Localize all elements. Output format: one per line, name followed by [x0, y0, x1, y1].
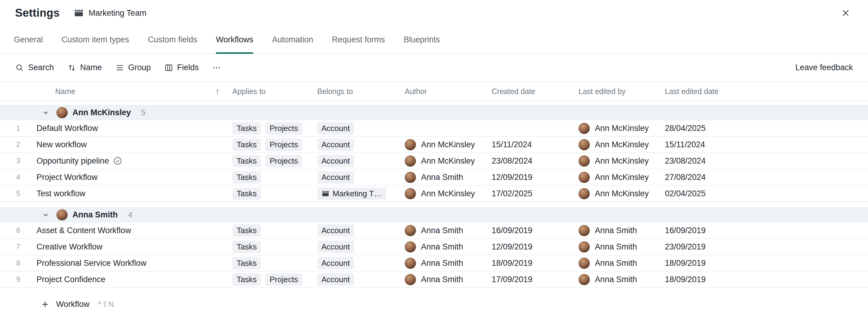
avatar — [579, 172, 590, 183]
tab-custom-fields[interactable]: Custom fields — [148, 26, 197, 53]
more-button[interactable] — [212, 63, 221, 72]
table-row[interactable]: 9 Project Confidence Tasks Projects Acco… — [0, 272, 868, 288]
last-edited-date: 28/04/2025 — [665, 124, 868, 133]
workflow-name: Professional Service Workflow — [36, 258, 146, 268]
tab-automation[interactable]: Automation — [272, 26, 313, 53]
last-edited-date: 23/09/2019 — [665, 242, 868, 252]
workflow-name: Default Workflow — [36, 124, 98, 133]
workflow-name: New workflow — [36, 140, 87, 149]
search-label: Search — [28, 63, 54, 72]
group-button[interactable]: Group — [115, 63, 151, 72]
add-workflow-button[interactable]: Workflow — [40, 300, 90, 309]
table-row[interactable]: 7 Creative Workflow Tasks Account Anna S… — [0, 239, 868, 255]
column-header-last-edited-by[interactable]: Last edited by — [579, 87, 665, 96]
column-header-created-date[interactable]: Created date — [492, 87, 579, 96]
belongs-to-chip: Account — [317, 241, 354, 253]
last-edited-by-cell: Anna Smith — [579, 258, 665, 269]
avatar — [405, 241, 416, 252]
author-cell: Anna Smith — [405, 258, 492, 269]
last-edited-date: 02/04/2025 — [665, 189, 868, 198]
avatar — [405, 172, 416, 183]
created-date: 23/08/2024 — [492, 156, 579, 166]
column-header-applies-to[interactable]: Applies to — [232, 87, 317, 96]
chevron-down-icon[interactable] — [42, 109, 50, 117]
search-button[interactable]: Search — [15, 63, 54, 72]
table-row[interactable]: 8 Professional Service Workflow Tasks Ac… — [0, 255, 868, 272]
applies-to-chip: Tasks — [232, 241, 261, 253]
avatar — [405, 139, 416, 150]
belongs-to-chip: Account — [317, 138, 354, 151]
last-edited-date: 15/11/2024 — [665, 140, 868, 149]
group-header-ann-mckinsley[interactable]: Ann McKinsley 5 — [0, 105, 868, 120]
belongs-to-chip: Account — [317, 257, 354, 269]
workflow-name: Project Confidence — [36, 275, 105, 284]
author-cell: Anna Smith — [405, 274, 492, 285]
last-edited-date: 27/08/2024 — [665, 173, 868, 182]
applies-to-chip: Tasks — [232, 155, 261, 167]
table-row[interactable]: 3 Opportunity pipeline Tasks Projects Ac… — [0, 153, 868, 169]
leave-feedback-link[interactable]: Leave feedback — [795, 63, 853, 72]
created-date: 12/09/2019 — [492, 242, 579, 252]
sort-button[interactable]: Name — [67, 63, 102, 72]
belongs-to-chip: Account — [317, 122, 354, 135]
fields-icon — [164, 63, 173, 72]
author-cell: Anna Smith — [405, 172, 492, 183]
workflow-name: Test workflow — [36, 189, 85, 198]
clapperboard-icon — [321, 190, 330, 198]
last-edited-by-cell: Ann McKinsley — [579, 188, 665, 199]
belongs-to-chip: Account — [317, 273, 354, 286]
table-row[interactable]: 6 Asset & Content Workflow Tasks Account… — [0, 223, 868, 239]
last-edited-date: 16/09/2019 — [665, 226, 868, 235]
settings-header: Settings Marketing Team — [0, 0, 868, 26]
column-label: Name — [55, 87, 75, 96]
last-edited-date: 18/09/2019 — [665, 275, 868, 284]
applies-to-chip: Projects — [265, 122, 302, 135]
close-icon — [841, 8, 850, 18]
author-cell: Ann McKinsley — [405, 139, 492, 150]
search-icon — [15, 63, 24, 72]
last-edited-by-cell: Anna Smith — [579, 225, 665, 236]
avatar — [579, 123, 590, 134]
last-edited-by-cell: Anna Smith — [579, 241, 665, 252]
tab-request-forms[interactable]: Request forms — [332, 26, 385, 53]
group-name: Anna Smith — [72, 210, 118, 220]
group-header-anna-smith[interactable]: Anna Smith 4 — [0, 207, 868, 223]
applies-to-chip: Tasks — [232, 138, 261, 151]
applies-to-chip: Tasks — [232, 224, 261, 237]
table-row[interactable]: 5 Test workflow Tasks Marketing T… Ann M… — [0, 186, 868, 202]
applies-to-chip: Tasks — [232, 257, 261, 269]
last-edited-by-cell: Ann McKinsley — [579, 172, 665, 183]
column-header-author[interactable]: Author — [405, 87, 492, 96]
chevron-down-icon[interactable] — [42, 211, 50, 219]
author-cell: Ann McKinsley — [405, 188, 492, 199]
table-toolbar: Search Name Group Fields Leave feedback — [0, 54, 868, 82]
author-cell: Ann McKinsley — [405, 156, 492, 167]
created-date: 18/09/2019 — [492, 258, 579, 268]
tab-general[interactable]: General — [14, 26, 43, 53]
tab-workflows[interactable]: Workflows — [216, 26, 253, 53]
last-edited-by-cell: Ann McKinsley — [579, 139, 665, 150]
tab-custom-item-types[interactable]: Custom item types — [62, 26, 129, 53]
row-number: 1 — [0, 124, 36, 133]
last-edited-by-cell: Anna Smith — [579, 274, 665, 285]
applies-to-chip: Projects — [265, 273, 302, 286]
tab-blueprints[interactable]: Blueprints — [404, 26, 440, 53]
close-button[interactable] — [838, 6, 853, 20]
applies-to-chip: Tasks — [232, 188, 261, 200]
avatar — [579, 188, 590, 199]
fields-button[interactable]: Fields — [164, 63, 199, 72]
avatar — [405, 188, 416, 199]
table-row[interactable]: 2 New workflow Tasks Projects Account An… — [0, 137, 868, 153]
sort-ascending-icon[interactable]: ↑ — [216, 86, 220, 96]
plus-icon — [40, 300, 50, 309]
column-header-name[interactable]: Name ↑ — [36, 86, 232, 96]
column-header-belongs-to[interactable]: Belongs to — [317, 87, 405, 96]
workflow-name: Creative Workflow — [36, 242, 103, 252]
table-row[interactable]: 4 Project Workflow Tasks Account Anna Sm… — [0, 169, 868, 186]
table-row[interactable]: 1 Default Workflow Tasks Projects Accoun… — [0, 120, 868, 137]
avatar — [579, 156, 590, 167]
avatar — [579, 258, 590, 269]
column-header-last-edited-date[interactable]: Last edited date — [665, 87, 868, 96]
verified-check-icon — [113, 156, 122, 165]
avatar — [405, 274, 416, 285]
